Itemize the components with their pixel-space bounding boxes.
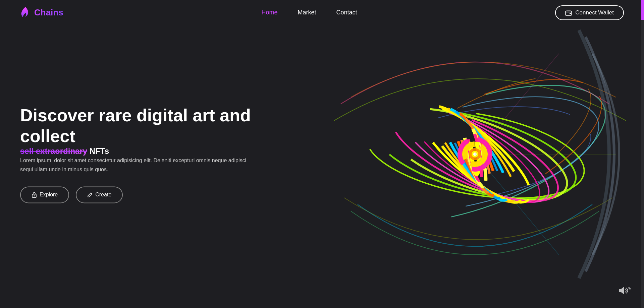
hero-title-line2: sell extraordinary NFTs <box>20 147 282 156</box>
hero-description: Lorem ipsum, dolor sit amet consectetur … <box>20 156 248 174</box>
create-label: Create <box>95 192 111 198</box>
svg-marker-33 <box>619 287 624 294</box>
nav-link-market[interactable]: Market <box>298 9 316 16</box>
explore-button[interactable]: Explore <box>20 186 69 203</box>
connect-wallet-button[interactable]: Connect Wallet <box>555 5 624 20</box>
nav-item-home[interactable]: Home <box>261 9 277 16</box>
connect-wallet-label: Connect Wallet <box>575 9 614 16</box>
hero-title-line1: Discover rare digital art and collect <box>20 105 282 147</box>
svg-point-32 <box>34 195 35 196</box>
explore-label: Explore <box>40 192 58 198</box>
hero-section: Discover rare digital art and collect se… <box>0 0 644 308</box>
nav-links: Home Market Contact <box>261 9 357 16</box>
logo[interactable]: Chains <box>20 6 63 19</box>
svg-line-29 <box>475 54 559 154</box>
nav-item-contact[interactable]: Contact <box>336 9 357 16</box>
logo-text: Chains <box>34 7 63 18</box>
wallet-icon <box>565 10 572 16</box>
nav-link-contact[interactable]: Contact <box>336 9 357 16</box>
lock-icon <box>32 192 37 198</box>
svg-rect-1 <box>570 13 571 14</box>
hero-content: Discover rare digital art and collect se… <box>20 105 282 203</box>
pencil-icon <box>87 192 93 197</box>
create-button[interactable]: Create <box>76 186 123 203</box>
spiral-artwork <box>324 3 626 305</box>
navbar: Chains Home Market Contact Connect Walle… <box>0 0 644 25</box>
nav-item-market[interactable]: Market <box>298 9 316 16</box>
sound-icon[interactable] <box>619 286 631 298</box>
nav-link-home[interactable]: Home <box>261 9 277 16</box>
logo-flame-icon <box>20 6 31 19</box>
hero-buttons: Explore Create <box>20 186 282 203</box>
scrollbar[interactable] <box>641 0 644 308</box>
